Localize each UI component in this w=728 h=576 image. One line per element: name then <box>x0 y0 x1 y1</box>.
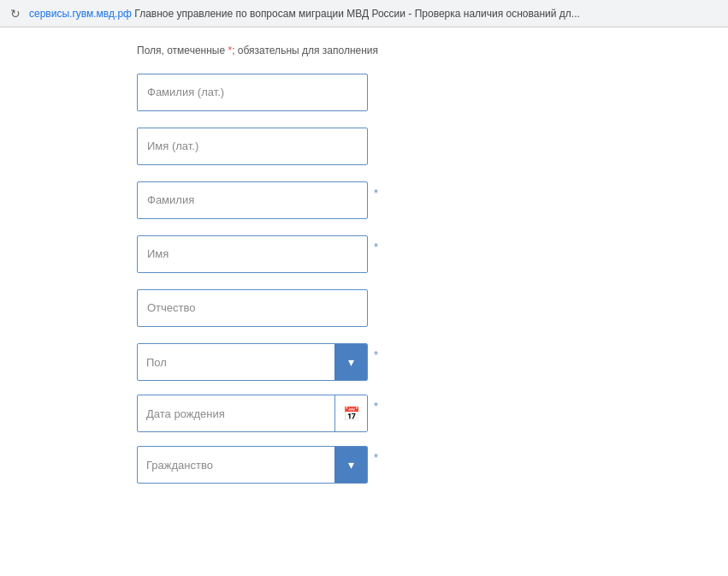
url-title: Главное управление по вопросам миграции … <box>134 8 580 20</box>
address-bar[interactable]: сервисы.гувм.мвд.рф Главное управление п… <box>29 8 696 20</box>
gender-select[interactable]: Пол ▾ <box>137 343 368 381</box>
gender-required-star: * <box>374 348 378 361</box>
form-group-surname: Фамилия * <box>137 181 591 222</box>
calendar-icon: 📅 <box>343 406 360 422</box>
citizenship-wrapper: Гражданство ▾ * <box>137 446 368 484</box>
form-group-name-lat: Имя (лат.) <box>137 128 591 168</box>
gender-dropdown-button[interactable]: ▾ <box>334 344 367 380</box>
citizenship-label: Гражданство <box>138 459 334 472</box>
patronymic-wrapper: Отчество <box>137 289 368 327</box>
chevron-down-icon: ▾ <box>348 458 354 472</box>
surname-required-star: * <box>374 187 378 199</box>
name-wrapper: Имя * <box>137 235 368 273</box>
surname-wrapper: Фамилия * <box>137 181 368 219</box>
form-group-name: Имя * <box>137 235 591 276</box>
form-group-gender: Пол ▾ * <box>137 343 591 381</box>
form-group-birthdate: Дата рождения 📅 * <box>137 395 591 432</box>
patronymic-field[interactable]: Отчество <box>137 289 368 327</box>
surname-lat-wrapper: Фамилия (лат.) <box>137 74 368 111</box>
citizenship-required-star: * <box>374 451 378 464</box>
main-content: Поля, отмеченные *; обязательны для запо… <box>0 27 728 576</box>
name-field[interactable]: Имя <box>137 235 368 273</box>
name-lat-field[interactable]: Имя (лат.) <box>137 128 368 165</box>
birthdate-wrapper: Дата рождения 📅 * <box>137 395 368 432</box>
patronymic-label: Отчество <box>147 301 196 314</box>
required-note: Поля, отмеченные *; обязательны для запо… <box>137 45 591 56</box>
form-group-citizenship: Гражданство ▾ * <box>137 446 591 484</box>
form-group-surname-lat: Фамилия (лат.) <box>137 74 591 114</box>
name-required-star: * <box>374 240 378 253</box>
refresh-button[interactable]: ↻ <box>9 7 22 21</box>
birthdate-required-star: * <box>374 400 378 413</box>
url-domain: сервисы.гувм.мвд.рф <box>29 8 132 20</box>
name-lat-label: Имя (лат.) <box>147 140 198 152</box>
citizenship-dropdown-button[interactable]: ▾ <box>334 447 367 483</box>
name-label: Имя <box>147 247 169 260</box>
surname-field[interactable]: Фамилия <box>137 181 368 219</box>
birthdate-label: Дата рождения <box>138 407 334 420</box>
citizenship-select[interactable]: Гражданство ▾ <box>137 446 368 484</box>
gender-wrapper: Пол ▾ * <box>137 343 368 381</box>
form-group-patronymic: Отчество <box>137 289 591 330</box>
name-lat-wrapper: Имя (лат.) <box>137 128 368 165</box>
browser-bar: ↻ сервисы.гувм.мвд.рф Главное управление… <box>0 0 728 27</box>
surname-lat-label: Фамилия (лат.) <box>147 86 224 98</box>
birthdate-field[interactable]: Дата рождения 📅 <box>137 395 368 432</box>
gender-label: Пол <box>138 356 334 369</box>
surname-label: Фамилия <box>147 193 194 206</box>
surname-lat-field[interactable]: Фамилия (лат.) <box>137 74 368 111</box>
calendar-button[interactable]: 📅 <box>334 395 367 431</box>
chevron-down-icon: ▾ <box>348 355 354 369</box>
